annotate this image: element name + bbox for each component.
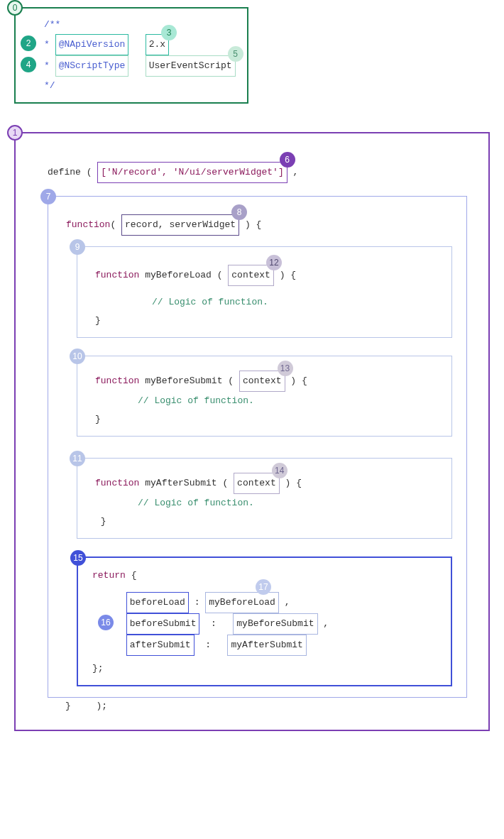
label-16: 16 bbox=[98, 615, 114, 630]
return-val-1: myBeforeLoad bbox=[205, 592, 279, 613]
label-13: 13 bbox=[278, 361, 293, 376]
label-2: 2 bbox=[21, 35, 36, 51]
script-type-value: 5 UserEventScript bbox=[146, 55, 236, 77]
before-submit-arg: 13 context bbox=[239, 371, 285, 392]
define-modules: 6 ['N/record', 'N/ui/serverWidget'] bbox=[97, 162, 287, 183]
return-val-2: myBeforeSubmit bbox=[233, 613, 317, 635]
label-12: 12 bbox=[266, 255, 282, 270]
before-load-arg: 12 context bbox=[228, 265, 274, 286]
callback-params: 8 record, serverWidget bbox=[121, 214, 239, 236]
return-key-2: beforeSubmit bbox=[126, 613, 200, 635]
label-10: 10 bbox=[70, 349, 85, 364]
label-4: 4 bbox=[21, 57, 36, 72]
jsdoc-script-type-line: 4 * @NScriptType 5 UserEventScript bbox=[44, 55, 236, 77]
after-submit-arg: 14 context bbox=[234, 473, 280, 494]
after-submit-block: 11 function myAfterSubmit ( 14 context )… bbox=[77, 458, 452, 539]
jsdoc-close: */ bbox=[44, 77, 236, 95]
define-line: define ( 6 ['N/record', 'N/ui/serverWidg… bbox=[48, 162, 467, 183]
label-3: 3 bbox=[161, 25, 177, 40]
label-9: 9 bbox=[70, 239, 85, 255]
api-version-tag: @NApiVersion bbox=[55, 34, 129, 55]
before-load-block: 9 function myBeforeLoad ( 12 context ) {… bbox=[77, 246, 452, 338]
callback-block: 7 function( 8 record, serverWidget ) { 9… bbox=[48, 196, 467, 698]
label-14: 14 bbox=[272, 463, 287, 478]
return-block: 15 return { 17 beforeLoad : myBeforeLoad bbox=[77, 556, 452, 686]
label-8: 8 bbox=[231, 204, 247, 220]
api-version-value: 3 2.x bbox=[146, 34, 169, 55]
label-11: 11 bbox=[70, 451, 85, 466]
before-submit-block: 10 function myBeforeSubmit ( 13 context … bbox=[77, 356, 452, 437]
jsdoc-open: /** bbox=[44, 16, 236, 34]
return-val-3: myAfterSubmit bbox=[227, 635, 306, 656]
return-key-1: beforeLoad bbox=[126, 592, 189, 613]
label-7: 7 bbox=[40, 189, 56, 204]
label-15: 15 bbox=[70, 550, 86, 566]
return-key-3: afterSubmit bbox=[126, 635, 195, 656]
callback-signature: function( 8 record, serverWidget ) { bbox=[66, 214, 452, 236]
label-1: 1 bbox=[7, 125, 23, 141]
label-0: 0 bbox=[7, 0, 23, 16]
label-5: 5 bbox=[228, 46, 243, 62]
label-17: 17 bbox=[256, 579, 271, 595]
label-6: 6 bbox=[280, 152, 295, 168]
script-type-tag: @NScriptType bbox=[55, 55, 129, 77]
jsdoc-api-version-line: 2 * @NApiVersion 3 2.x bbox=[44, 34, 236, 55]
define-block: 1 define ( 6 ['N/record', 'N/ui/serverWi… bbox=[14, 132, 490, 731]
jsdoc-block: 0 /** 2 * @NApiVersion 3 2.x 4 * @NScrip… bbox=[14, 7, 248, 104]
